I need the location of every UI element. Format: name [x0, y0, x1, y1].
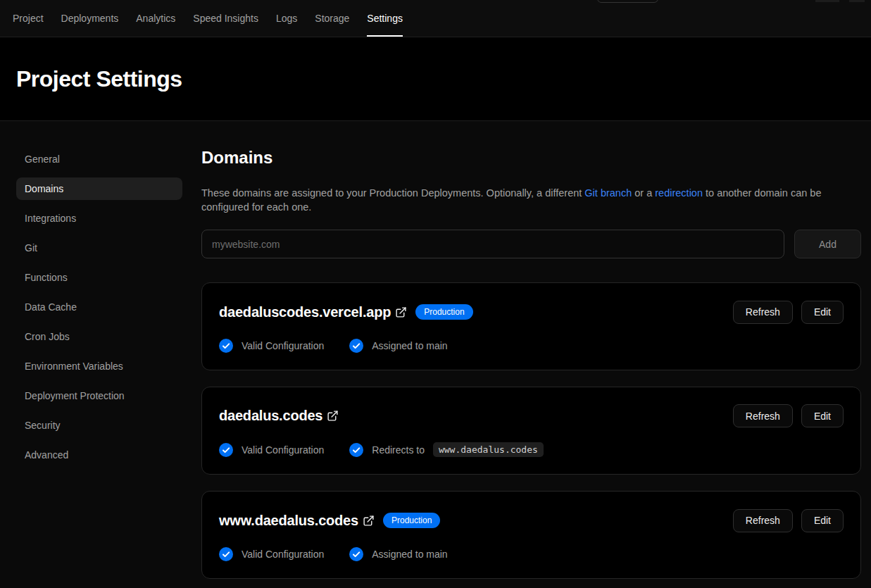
sidebar-item-domains[interactable]: Domains — [16, 177, 182, 200]
add-domain-button[interactable]: Add — [794, 230, 861, 258]
redirection-link[interactable]: redirection — [655, 187, 703, 199]
status-label: Valid Configuration — [242, 549, 324, 560]
description-text: or a — [632, 187, 655, 199]
status-label: Assigned to main — [372, 549, 447, 560]
sidebar-item-functions[interactable]: Functions — [16, 266, 182, 289]
nav-tab-logs[interactable]: Logs — [276, 0, 297, 37]
status-assigned-branch: Assigned to main — [349, 339, 447, 353]
domain-name: www.daedalus.codes — [219, 513, 358, 529]
nav-tab-speed-insights[interactable]: Speed Insights — [193, 0, 258, 37]
status-label: Assigned to main — [372, 340, 447, 351]
edit-button[interactable]: Edit — [801, 404, 844, 427]
sidebar-item-general[interactable]: General — [16, 148, 182, 170]
refresh-button[interactable]: Refresh — [733, 301, 793, 324]
external-link-icon[interactable] — [395, 306, 407, 318]
redirect-target-chip: www.daedalus.codes — [433, 442, 544, 457]
check-circle-icon — [349, 547, 363, 561]
sidebar-item-deployment-protection[interactable]: Deployment Protection — [16, 384, 182, 407]
nav-tab-storage[interactable]: Storage — [315, 0, 349, 37]
description-text: These domains are assigned to your Produ… — [201, 187, 584, 199]
domain-input[interactable] — [201, 230, 784, 258]
domain-card: www.daedalus.codes Production Refresh Ed… — [201, 491, 861, 579]
status-assigned-branch: Assigned to main — [349, 547, 447, 561]
menu-icon-partial — [849, 0, 865, 2]
production-badge: Production — [383, 513, 440, 528]
production-badge: Production — [415, 304, 472, 320]
page-title: Project Settings — [16, 66, 182, 92]
domain-name: daedalus.codes — [219, 408, 322, 424]
top-navigation: Project Deployments Analytics Speed Insi… — [0, 0, 871, 37]
avatar-partial — [815, 0, 839, 2]
nav-tab-analytics[interactable]: Analytics — [136, 0, 175, 37]
toolbar-button-partial — [597, 0, 658, 3]
nav-tab-deployments[interactable]: Deployments — [61, 0, 119, 37]
refresh-button[interactable]: Refresh — [733, 404, 793, 427]
nav-tab-project[interactable]: Project — [13, 0, 44, 37]
check-circle-icon — [349, 339, 363, 353]
status-label: Valid Configuration — [242, 444, 324, 456]
check-circle-icon — [219, 547, 233, 561]
section-heading: Domains — [201, 148, 861, 168]
edit-button[interactable]: Edit — [801, 301, 844, 324]
check-circle-icon — [219, 339, 233, 353]
sidebar-item-data-cache[interactable]: Data Cache — [16, 296, 182, 318]
page-header: Project Settings — [0, 37, 871, 121]
sidebar-item-git[interactable]: Git — [16, 237, 182, 259]
sidebar-item-cron-jobs[interactable]: Cron Jobs — [16, 325, 182, 348]
status-label: Valid Configuration — [242, 340, 324, 351]
domain-name: daedaluscodes.vercel.app — [219, 304, 391, 320]
settings-sidebar: General Domains Integrations Git Functio… — [16, 148, 182, 588]
settings-content: General Domains Integrations Git Functio… — [0, 121, 871, 588]
external-link-icon[interactable] — [327, 410, 339, 422]
nav-tab-settings[interactable]: Settings — [367, 0, 403, 37]
add-domain-row: Add — [201, 230, 861, 258]
section-description: These domains are assigned to your Produ… — [201, 186, 861, 214]
sidebar-item-advanced[interactable]: Advanced — [16, 444, 182, 466]
refresh-button[interactable]: Refresh — [733, 509, 793, 532]
domain-card: daedalus.codes Refresh Edit Valid Config… — [201, 387, 861, 475]
check-circle-icon — [219, 443, 233, 457]
status-valid-configuration: Valid Configuration — [219, 547, 324, 561]
status-valid-configuration: Valid Configuration — [219, 339, 324, 353]
external-link-icon[interactable] — [363, 515, 375, 527]
sidebar-item-environment-variables[interactable]: Environment Variables — [16, 355, 182, 377]
domain-card: daedaluscodes.vercel.app Production Refr… — [201, 282, 861, 370]
domains-section: Domains These domains are assigned to yo… — [201, 148, 861, 588]
sidebar-item-integrations[interactable]: Integrations — [16, 207, 182, 230]
git-branch-link[interactable]: Git branch — [584, 187, 632, 199]
check-circle-icon — [349, 443, 363, 457]
status-valid-configuration: Valid Configuration — [219, 443, 324, 457]
edit-button[interactable]: Edit — [801, 509, 844, 532]
status-redirect: Redirects to www.daedalus.codes — [349, 442, 544, 457]
sidebar-item-security[interactable]: Security — [16, 414, 182, 437]
status-label: Redirects to — [372, 444, 425, 456]
